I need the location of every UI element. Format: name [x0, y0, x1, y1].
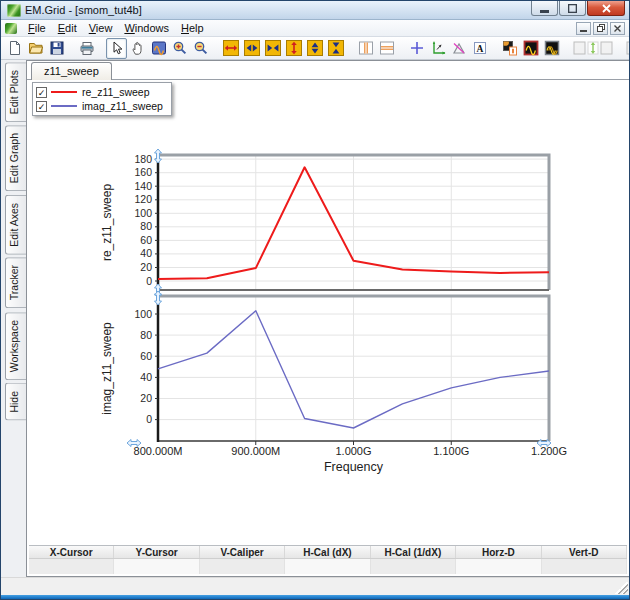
mdi-restore-button[interactable]	[593, 22, 608, 35]
svg-text:40: 40	[140, 247, 152, 259]
menu-item-view[interactable]: View	[83, 21, 119, 35]
mdi-minimize-button[interactable]	[576, 22, 591, 35]
pan-hand-icon	[130, 40, 146, 56]
tab-z11-sweep[interactable]: z11_sweep	[31, 62, 112, 81]
zoom-in-button[interactable]	[169, 38, 190, 59]
menu-item-file[interactable]: File	[22, 21, 52, 35]
plot-style-multi-button[interactable]	[541, 38, 562, 59]
svg-text:800.000M: 800.000M	[134, 445, 183, 457]
open-file-icon	[28, 40, 44, 56]
cursor-table-header: Vert-D	[542, 546, 627, 558]
svg-text:imag_z11_sweep: imag_z11_sweep	[100, 322, 114, 415]
minimize-button[interactable]	[531, 1, 558, 16]
pan-hand-button[interactable]	[127, 38, 148, 59]
maximize-button[interactable]	[559, 1, 586, 16]
cursor-readout-table: X-CursorY-CursorV-CaliperH-Cal (dX)H-Cal…	[29, 545, 627, 574]
cursor-table-cell	[200, 559, 285, 574]
sidebar-tab-edit-graph[interactable]: Edit Graph	[5, 125, 26, 191]
plot-panel: z11_sweep ✓re_z11_sweep✓imag_z11_sweep 0…	[26, 60, 629, 577]
tab-bar: z11_sweep	[27, 61, 629, 80]
svg-text:A: A	[476, 44, 483, 54]
caliper-icon	[451, 40, 467, 56]
resize-grip[interactable]	[615, 581, 628, 594]
save-file-icon	[49, 40, 65, 56]
stretch-vertical-button[interactable]	[283, 38, 304, 59]
expand-horizontal-button[interactable]	[241, 38, 262, 59]
axes-tracker-button[interactable]	[427, 38, 448, 59]
menu-item-windows[interactable]: Windows	[118, 21, 175, 35]
toolbar: ALayout	[1, 37, 629, 60]
save-file-button[interactable]	[46, 38, 67, 59]
cursor-table-header: Horz-D	[456, 546, 541, 558]
svg-text:40: 40	[140, 371, 152, 383]
color-map-button[interactable]	[499, 38, 520, 59]
open-file-button[interactable]	[25, 38, 46, 59]
legend-label: re_z11_sweep	[82, 86, 150, 98]
sync-horizontal-icon	[626, 40, 629, 56]
mdi-close-button[interactable]	[610, 22, 625, 35]
close-icon	[602, 4, 611, 13]
legend-checkbox[interactable]: ✓	[36, 87, 47, 98]
svg-text:Frequency: Frequency	[324, 460, 384, 474]
legend-checkbox[interactable]: ✓	[36, 101, 47, 112]
svg-text:180: 180	[134, 153, 152, 165]
shrink-vertical-button[interactable]	[325, 38, 346, 59]
expand-horizontal-icon	[244, 40, 260, 56]
svg-text:60: 60	[140, 234, 152, 246]
sidebar-tab-hide[interactable]: Hide	[5, 383, 26, 421]
sidebar-tab-edit-axes[interactable]: Edit Axes	[5, 195, 26, 255]
cursor-table-cell	[456, 559, 541, 574]
split-horizontal-button[interactable]	[376, 38, 397, 59]
window-bottom-border	[1, 595, 629, 599]
stretch-horizontal-button[interactable]	[220, 38, 241, 59]
sidebar-tab-workspace[interactable]: Workspace	[5, 312, 26, 380]
color-map-icon	[502, 40, 518, 56]
content-area: Edit PlotsEdit GraphEdit AxesTrackerWork…	[1, 60, 629, 577]
split-vertical-button[interactable]	[355, 38, 376, 59]
plot-style-single-button[interactable]	[520, 38, 541, 59]
cursor-table-cell	[371, 559, 456, 574]
cursor-table-header: H-Cal (1/dX)	[371, 546, 456, 558]
zoom-window-icon	[151, 40, 167, 56]
sync-horizontal-button[interactable]	[624, 38, 629, 59]
svg-text:0: 0	[146, 275, 152, 287]
legend-label: imag_z11_sweep	[82, 100, 163, 112]
shrink-horizontal-button[interactable]	[262, 38, 283, 59]
text-annotation-button[interactable]: A	[469, 38, 490, 59]
sync-vertical-icon	[573, 40, 613, 56]
mdi-close-icon	[614, 25, 621, 32]
svg-text:60: 60	[140, 350, 152, 362]
svg-text:120: 120	[134, 193, 152, 205]
svg-text:160: 160	[134, 166, 152, 178]
sidebar-tab-edit-plots[interactable]: Edit Plots	[5, 62, 26, 122]
stretch-vertical-icon	[286, 40, 302, 56]
zoom-in-icon	[172, 40, 188, 56]
zoom-out-button[interactable]	[190, 38, 211, 59]
shrink-vertical-icon	[328, 40, 344, 56]
new-document-button[interactable]	[4, 38, 25, 59]
status-bar	[1, 577, 629, 595]
caliper-button[interactable]	[448, 38, 469, 59]
chart-canvas: 020406080100120140160180re_z11_sweep0204…	[27, 80, 627, 540]
print-button[interactable]	[76, 38, 97, 59]
crosshair-cursor-button[interactable]	[406, 38, 427, 59]
select-pointer-button[interactable]	[106, 38, 127, 59]
split-horizontal-icon	[379, 40, 395, 56]
svg-text:0: 0	[146, 413, 152, 425]
document-icon	[5, 23, 17, 34]
app-icon	[7, 4, 21, 17]
app-window: EM.Grid - [smom_tut4b] FileEditViewWindo…	[0, 0, 630, 600]
mdi-minimize-icon	[580, 25, 587, 32]
crosshair-cursor-icon	[409, 40, 425, 56]
menu-item-help[interactable]: Help	[175, 21, 210, 35]
svg-text:re_z11_sweep: re_z11_sweep	[100, 184, 114, 261]
sync-vertical-button[interactable]	[571, 38, 615, 59]
close-button[interactable]	[587, 1, 625, 16]
expand-vertical-button[interactable]	[304, 38, 325, 59]
menu-item-edit[interactable]: Edit	[52, 21, 83, 35]
sidebar: Edit PlotsEdit GraphEdit AxesTrackerWork…	[1, 60, 26, 577]
plot-style-single-icon	[523, 40, 539, 56]
maximize-icon	[568, 4, 577, 13]
sidebar-tab-tracker[interactable]: Tracker	[5, 257, 26, 308]
zoom-window-button[interactable]	[148, 38, 169, 59]
